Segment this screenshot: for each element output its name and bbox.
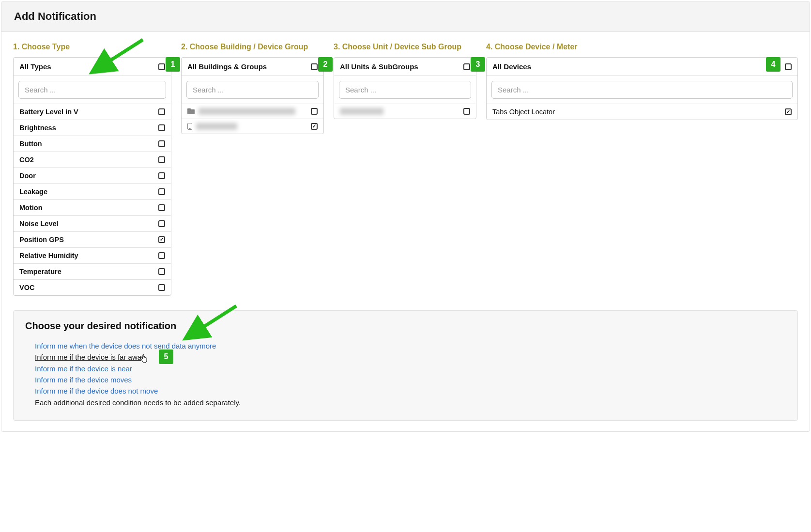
panel-title-devices: All Devices [492,62,531,71]
panel-header-units: All Units & SubGroups [334,58,476,76]
search-input-units[interactable] [339,81,471,99]
notif-link-near[interactable]: Inform me if the device is near [35,363,132,374]
search-input-devices[interactable] [491,81,793,99]
list-item[interactable]: Brightness [14,120,171,136]
list-item[interactable]: CO2 [14,152,171,168]
list-item[interactable]: Temperature [14,264,171,280]
item-checkbox[interactable] [158,268,165,275]
search-wrap-buildings [182,76,323,104]
notification-section-title: Choose your desired notification [25,320,786,332]
step-badge-2: 2 [318,57,333,72]
list-item[interactable]: Position GPS [14,232,171,248]
redacted-label [196,123,237,130]
item-checkbox[interactable] [158,252,165,259]
list-item[interactable]: Relative Humidity [14,248,171,264]
search-wrap-types [14,76,171,104]
page-title: Add Notification [14,10,797,23]
column-unit: 3. Choose Unit / Device Sub Group 3 All … [334,43,476,119]
notif-link-not-move[interactable]: Inform me if the device does not move [35,385,158,396]
notif-link-far-away[interactable]: Inform me if the device is far away [35,351,145,363]
list-item[interactable]: Battery Level in V [14,104,171,120]
item-checkbox[interactable] [158,188,165,195]
search-wrap-units [334,76,476,104]
type-item-label: VOC [19,284,34,291]
device-icon [187,123,192,130]
device-item-label: Tabs Object Locator [492,108,555,116]
list-item[interactable]: Leakage [14,184,171,200]
panel-types: All Types Battery Level in VBrightnessBu… [13,57,171,296]
step-badge-5: 5 [159,350,173,364]
devices-list: Tabs Object Locator [487,104,797,120]
column-device: 4. Choose Device / Meter 4 All Devices T… [486,43,798,120]
item-checkbox[interactable] [158,236,165,243]
type-item-label: Brightness [19,124,56,132]
list-item[interactable]: Motion [14,200,171,216]
step-badge-1: 1 [166,57,180,72]
search-input-buildings[interactable] [186,81,319,99]
buildings-list [182,104,323,134]
notification-links: Inform me when the device does not send … [25,340,786,407]
item-checkbox[interactable] [311,108,318,115]
step-label-1: 1. Choose Type [13,43,171,51]
column-building: 2. Choose Building / Device Group 2 All … [181,43,324,134]
panel-header-devices: All Devices [487,58,797,76]
list-item[interactable]: Noise Level [14,216,171,232]
step-badge-4: 4 [766,57,780,72]
select-all-devices-checkbox[interactable] [785,63,792,70]
type-item-label: Motion [19,204,43,212]
types-list[interactable]: Battery Level in VBrightnessButtonCO2Doo… [14,104,171,295]
item-checkbox[interactable] [311,123,318,130]
item-checkbox[interactable] [158,172,165,179]
type-item-label: Button [19,140,42,148]
step-label-3: 3. Choose Unit / Device Sub Group [334,43,476,51]
selection-columns: 1. Choose Type 1 All Types Battery Level… [13,43,798,296]
notif-link-moves[interactable]: Inform me if the device moves [35,374,132,385]
item-checkbox[interactable] [463,108,470,115]
list-item[interactable]: Tabs Object Locator [487,104,797,120]
type-item-label: CO2 [19,156,34,164]
folder-icon [187,108,195,114]
notification-note: Each additional desired condition needs … [35,398,786,407]
type-item-label: Leakage [19,188,47,196]
notif-link-no-data[interactable]: Inform me when the device does not send … [35,340,216,351]
list-item[interactable] [334,104,476,119]
select-all-units-checkbox[interactable] [463,63,470,70]
units-list [334,104,476,119]
panel-title-buildings: All Buildings & Groups [187,62,267,71]
item-checkbox[interactable] [158,204,165,211]
item-checkbox[interactable] [158,124,165,131]
redacted-label [340,108,383,115]
page-header: Add Notification [1,1,810,32]
step-label-4: 4. Choose Device / Meter [486,43,798,51]
panel-header-buildings: All Buildings & Groups [182,58,323,76]
item-checkbox[interactable] [158,284,165,291]
type-item-label: Relative Humidity [19,252,78,259]
item-checkbox[interactable] [158,220,165,227]
redacted-label [199,108,295,115]
column-type: 1. Choose Type 1 All Types Battery Level… [13,43,171,296]
step-badge-3: 3 [471,57,485,72]
type-item-label: Door [19,172,36,180]
list-item[interactable] [182,104,323,119]
page-body: 1. Choose Type 1 All Types Battery Level… [1,32,810,431]
item-checkbox[interactable] [158,156,165,163]
type-item-label: Position GPS [19,236,64,243]
panel-buildings: All Buildings & Groups [181,57,324,134]
item-checkbox[interactable] [785,108,792,115]
select-all-buildings-checkbox[interactable] [311,63,318,70]
type-item-label: Battery Level in V [19,108,78,116]
list-item[interactable]: Door [14,168,171,184]
panel-header-types: All Types [14,58,171,76]
list-item[interactable] [182,119,323,134]
item-checkbox[interactable] [158,108,165,115]
panel-devices: All Devices Tabs Object Locator [486,57,798,120]
item-checkbox[interactable] [158,140,165,147]
type-item-label: Noise Level [19,220,59,228]
list-item[interactable]: Button [14,136,171,152]
search-input-types[interactable] [18,81,166,99]
notification-panel: Choose your desired notification Inform … [13,310,798,421]
list-item[interactable]: VOC [14,280,171,295]
select-all-types-checkbox[interactable] [158,63,165,70]
panel-title-types: All Types [19,62,51,71]
panel-units: All Units & SubGroups [334,57,476,119]
